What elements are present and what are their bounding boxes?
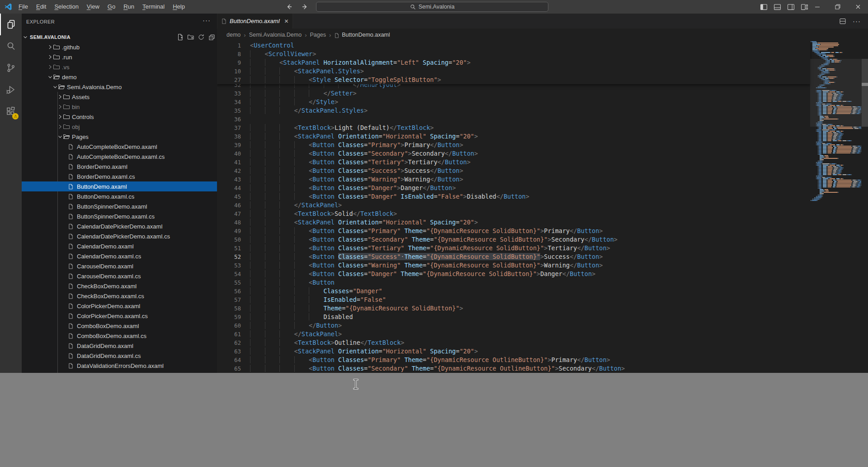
tree-folder-.github[interactable]: .github — [22, 42, 217, 52]
tree-folder-.run[interactable]: .run — [22, 52, 217, 62]
code-line-33[interactable]: 33 </Setter> — [217, 89, 810, 98]
new-file-icon[interactable] — [177, 33, 184, 41]
tree-file-CalendarDemo.axaml.cs[interactable]: CalendarDemo.axaml.cs — [22, 251, 217, 261]
tree-folder-.vs[interactable]: .vs — [22, 62, 217, 72]
code-line-60[interactable]: 60 </Button> — [217, 321, 810, 330]
tree-file-CheckBoxDemo.axaml[interactable]: CheckBoxDemo.axaml — [22, 281, 217, 291]
tree-file-CheckBoxDemo.axaml.cs[interactable]: CheckBoxDemo.axaml.cs — [22, 291, 217, 301]
code-line-41[interactable]: 41 <Button Classes="Tertiary">Tertiary</… — [217, 158, 810, 167]
toggle-panel-icon[interactable] — [770, 0, 784, 14]
tree-file-CarouselDemo.axaml[interactable]: CarouselDemo.axaml — [22, 261, 217, 271]
tree-folder-Semi.Avalonia.Demo[interactable]: Semi.Avalonia.Demo — [22, 82, 217, 92]
code-line-8[interactable]: 8 <ScrollViewer> — [217, 50, 810, 58]
tree-file-ComboBoxDemo.axaml.cs[interactable]: ComboBoxDemo.axaml.cs — [22, 331, 217, 341]
code-line-27[interactable]: 27 <Style Selector="ToggleSplitButton"> — [217, 76, 810, 84]
code-line-58[interactable]: 58 Theme="{DynamicResource SolidButton}"… — [217, 304, 810, 313]
minimize-icon[interactable] — [807, 0, 827, 14]
sticky-scroll[interactable]: 1<UserControl8 <ScrollViewer>9 <StackPan… — [217, 41, 810, 84]
code-area[interactable]: 32 </MenuFlyout>33 </Setter>34 </Style>3… — [217, 41, 868, 373]
tree-file-ColorPickerDemo.axaml[interactable]: ColorPickerDemo.axaml — [22, 301, 217, 311]
code-line-44[interactable]: 44 <Button Classes="Danger">Danger</Butt… — [217, 184, 810, 192]
more-actions-icon[interactable]: ··· — [853, 17, 861, 25]
tree-file-CalendarDemo.axaml[interactable]: CalendarDemo.axaml — [22, 241, 217, 251]
breadcrumb-item-demo[interactable]: demo — [226, 32, 241, 38]
menu-help[interactable]: Help — [169, 0, 189, 14]
tree-file-BorderDemo.axaml.cs[interactable]: BorderDemo.axaml.cs — [22, 172, 217, 181]
restore-icon[interactable] — [827, 0, 848, 14]
tab-buttondemo[interactable]: ButtonDemo.axaml ✕ — [217, 14, 293, 29]
code-line-9[interactable]: 9 <StackPanel HorizontalAlignment="Left"… — [217, 58, 810, 67]
new-folder-icon[interactable] — [187, 33, 194, 41]
code-line-61[interactable]: 61 </StackPanel> — [217, 330, 810, 338]
menu-go[interactable]: Go — [104, 0, 119, 14]
code-line-52[interactable]: 52 <Button Classes="Success"·Theme="{Dyn… — [217, 253, 810, 261]
breadcrumb-item-ButtonDemo.axaml[interactable]: ButtonDemo.axaml — [342, 32, 390, 38]
tree-file-DataGridDemo.axaml[interactable]: DataGridDemo.axaml — [22, 341, 217, 351]
tree-folder-Controls[interactable]: Controls — [22, 112, 217, 122]
tree-file-AutoCompleteBoxDemo.axaml.cs[interactable]: AutoCompleteBoxDemo.axaml.cs — [22, 152, 217, 162]
code-line-1[interactable]: 1<UserControl — [217, 41, 810, 50]
code-line-43[interactable]: 43 <Button Classes="Warning">Warning</Bu… — [217, 175, 810, 184]
menu-terminal[interactable]: Terminal — [138, 0, 169, 14]
minimap-slider[interactable] — [810, 59, 862, 127]
code-line-49[interactable]: 49 <Button Classes="Primary" Theme="{Dyn… — [217, 227, 810, 235]
code-line-54[interactable]: 54 <Button Classes="Danger" Theme="{Dyna… — [217, 270, 810, 278]
code-line-53[interactable]: 53 <Button Classes="Warning" Theme="{Dyn… — [217, 261, 810, 270]
code-line-46[interactable]: 46 </StackPanel> — [217, 201, 810, 210]
activity-extensions[interactable]: ⚠ — [0, 100, 22, 122]
code-line-57[interactable]: 57 IsEnabled="False" — [217, 295, 810, 304]
tree-folder-bin[interactable]: bin — [22, 102, 217, 112]
scrollbar-thumb[interactable] — [862, 59, 868, 127]
menu-run[interactable]: Run — [119, 0, 138, 14]
menu-selection[interactable]: Selection — [50, 0, 82, 14]
toggle-sidebar-icon[interactable] — [757, 0, 770, 14]
tree-file-DataValidationErrorsDemo.axaml[interactable]: DataValidationErrorsDemo.axaml — [22, 361, 217, 371]
menu-view[interactable]: View — [83, 0, 104, 14]
code-line-37[interactable]: 37 <TextBlock>Light (Default)</TextBlock… — [217, 124, 810, 132]
code-line-45[interactable]: 45 <Button Classes="Danger" IsEnabled="F… — [217, 192, 810, 201]
code-line-47[interactable]: 47 <TextBlock>Solid</TextBlock> — [217, 210, 810, 218]
code-line-35[interactable]: 35 </StackPanel.Styles> — [217, 106, 810, 115]
code-line-38[interactable]: 38 <StackPanel Orientation="Horizontal" … — [217, 132, 810, 141]
code-line-59[interactable]: 59 Disabled — [217, 313, 810, 321]
tree-file-BorderDemo.axaml[interactable]: BorderDemo.axaml — [22, 162, 217, 172]
tree-file-ColorPickerDemo.axaml.cs[interactable]: ColorPickerDemo.axaml.cs — [22, 311, 217, 321]
tree-file-DataGridDemo.axaml.cs[interactable]: DataGridDemo.axaml.cs — [22, 351, 217, 361]
code-line-55[interactable]: 55 <Button — [217, 278, 810, 287]
code-line-56[interactable]: 56 Classes="Danger" — [217, 287, 810, 295]
code-line-39[interactable]: 39 <Button Classes="Primary">Primary</Bu… — [217, 141, 810, 149]
breadcrumb-item-Semi.Avalonia.Demo[interactable]: Semi.Avalonia.Demo — [249, 32, 302, 38]
activity-source-control[interactable] — [0, 57, 22, 79]
tree-file-CalendarDatePickerDemo.axaml[interactable]: CalendarDatePickerDemo.axaml — [22, 221, 217, 231]
tree-file-CalendarDatePickerDemo.axaml.cs[interactable]: CalendarDatePickerDemo.axaml.cs — [22, 231, 217, 241]
menu-edit[interactable]: Edit — [32, 0, 50, 14]
activity-run-debug[interactable] — [0, 79, 22, 100]
refresh-icon[interactable] — [198, 33, 205, 41]
tree-file-ButtonSpinnerDemo.axaml[interactable]: ButtonSpinnerDemo.axaml — [22, 201, 217, 211]
menu-file[interactable]: File — [14, 0, 32, 14]
scrollbar-track[interactable] — [862, 41, 868, 373]
code-line-51[interactable]: 51 <Button Classes="Tertiary" Theme="{Dy… — [217, 244, 810, 253]
back-icon[interactable] — [284, 1, 295, 12]
tree-folder-obj[interactable]: obj — [22, 122, 217, 132]
code-line-34[interactable]: 34 </Style> — [217, 98, 810, 106]
code-line-48[interactable]: 48 <StackPanel Orientation="Horizontal" … — [217, 218, 810, 227]
activity-explorer[interactable] — [0, 14, 22, 35]
collapse-all-icon[interactable] — [208, 33, 215, 41]
code-line-64[interactable]: 64 <Button Classes="Primary" Theme="{Dyn… — [217, 356, 810, 364]
tab-close-icon[interactable]: ✕ — [284, 18, 289, 24]
command-center-search[interactable]: Semi.Avalonia — [316, 2, 548, 12]
tree-folder-Pages[interactable]: Pages — [22, 132, 217, 142]
split-editor-icon[interactable] — [839, 18, 846, 25]
tree-file-AutoCompleteBoxDemo.axaml[interactable]: AutoCompleteBoxDemo.axaml — [22, 142, 217, 152]
tree-file-ButtonDemo.axaml[interactable]: ButtonDemo.axaml — [22, 181, 217, 191]
code-line-65[interactable]: 65 <Button Classes="Secondary" Theme="{D… — [217, 364, 810, 373]
close-icon[interactable] — [848, 0, 868, 14]
code-line-42[interactable]: 42 <Button Classes="Success">Success</Bu… — [217, 167, 810, 175]
breadcrumb-item-Pages[interactable]: Pages — [310, 32, 326, 38]
explorer-more-icon[interactable]: ··· — [203, 16, 211, 24]
code-line-50[interactable]: 50 <Button Classes="Secondary" Theme="{D… — [217, 235, 810, 244]
toggle-secondary-sidebar-icon[interactable] — [784, 0, 797, 14]
tree-file-CarouselDemo.axaml.cs[interactable]: CarouselDemo.axaml.cs — [22, 271, 217, 281]
code-line-40[interactable]: 40 <Button Classes="Secondary">Secondary… — [217, 149, 810, 158]
